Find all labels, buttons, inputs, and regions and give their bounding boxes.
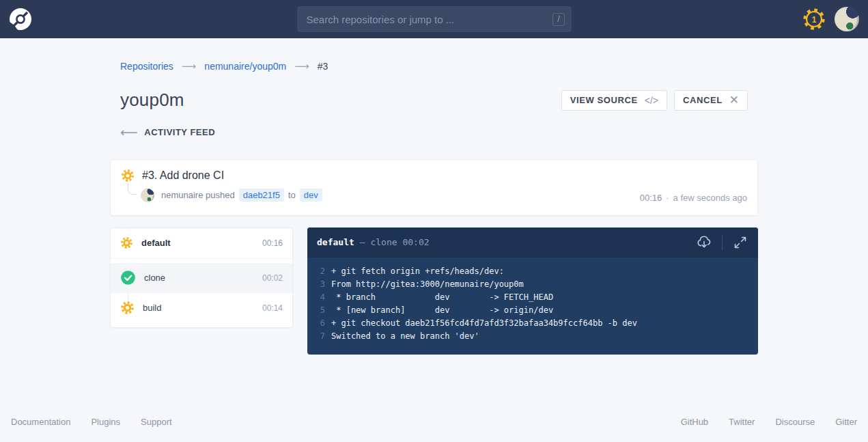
footer-link-support[interactable]: Support <box>141 417 172 427</box>
activity-feed-back-link[interactable]: ⟵ ACTIVITY FEED <box>120 127 215 137</box>
log-line-text: + git checkout daeb21f56fcd4fd7afd3f32ba… <box>325 317 637 330</box>
footer-link-plugins[interactable]: Plugins <box>91 417 120 427</box>
stage-header: default 00:16 <box>111 228 292 259</box>
log-line-text: Switched to a new branch 'dev' <box>325 330 479 343</box>
log-line: 7 Switched to a new branch 'dev' <box>307 330 758 343</box>
stage-duration: 00:16 <box>262 238 283 248</box>
code-icon: </> <box>645 95 658 106</box>
view-source-label: VIEW SOURCE <box>570 95 638 105</box>
build-duration: 00:16 <box>640 193 662 203</box>
build-meta: 00:16 · a few seconds ago <box>640 193 747 203</box>
log-line: 4 * branch dev -> FETCH_HEAD <box>307 291 758 304</box>
build-title-row: #3. Add drone CI <box>121 169 747 182</box>
navbar-right: 1 <box>802 7 859 31</box>
step-row-build[interactable]: build 00:14 <box>111 293 292 323</box>
left-arrow-icon: ⟵ <box>120 128 138 137</box>
meta-separator: · <box>666 193 669 203</box>
steps-list: clone 00:02 build 00:14 <box>111 263 292 323</box>
top-navbar: / 1 <box>0 0 868 38</box>
build-title: #3. Add drone CI <box>142 169 224 182</box>
log-line-number: 5 <box>307 304 325 317</box>
console-step-subtitle: — clone 00:02 <box>360 237 430 247</box>
stage-name: default <box>141 238 171 248</box>
step-duration: 00:02 <box>262 273 283 283</box>
running-gear-icon <box>120 301 135 315</box>
log-line: 2 + git fetch origin +refs/heads/dev: <box>307 265 758 278</box>
notification-count: 1 <box>812 15 817 25</box>
build-summary-card: #3. Add drone CI nemunaire pushed daeb21… <box>110 159 758 216</box>
notification-gear-badge[interactable]: 1 <box>802 7 826 31</box>
step-name: build <box>143 303 161 313</box>
log-line-text: * branch dev -> FETCH_HEAD <box>325 291 553 304</box>
to-label: to <box>288 190 296 200</box>
global-search: / <box>297 6 572 32</box>
log-console: default — clone 00:02 2 + git fetch o <box>307 227 758 355</box>
page-head: youp0m VIEW SOURCE </> CANCEL ✕ <box>120 89 758 111</box>
console-header: default — clone 00:02 <box>307 227 758 258</box>
success-check-icon <box>120 270 136 286</box>
log-line-number: 3 <box>307 278 325 291</box>
console-stage-name: default <box>317 237 354 247</box>
breadcrumb-arrow-icon: ⟶ <box>182 60 197 72</box>
footer-link-documentation[interactable]: Documentation <box>11 417 70 427</box>
breadcrumb-repo[interactable]: nemunaire/youp0m <box>204 61 286 72</box>
footer-right-links: GitHub Twitter Discourse Gitter <box>681 417 857 427</box>
log-line-text: * [new branch] dev -> origin/dev <box>325 304 553 317</box>
author-action-text: nemunaire pushed <box>161 190 235 200</box>
cancel-button[interactable]: CANCEL ✕ <box>674 90 748 111</box>
view-source-button[interactable]: VIEW SOURCE </> <box>561 90 667 111</box>
download-logs-icon[interactable] <box>696 234 712 251</box>
footer-link-gitter[interactable]: Gitter <box>835 417 857 427</box>
footer-left-links: Documentation Plugins Support <box>11 417 172 427</box>
drone-logo-icon[interactable] <box>9 8 32 31</box>
log-line-text: From http://gitea:3000/nemunaire/youp0m <box>325 278 524 291</box>
breadcrumb-repositories[interactable]: Repositories <box>120 61 173 72</box>
tree-connector <box>128 183 137 195</box>
footer-link-twitter[interactable]: Twitter <box>729 417 755 427</box>
build-message: nemunaire pushed daeb21f5 to dev <box>161 189 322 202</box>
step-duration: 00:14 <box>262 303 283 313</box>
log-line: 6 + git checkout daeb21f56fcd4fd7afd3f32… <box>307 317 758 330</box>
log-line: 5 * [new branch] dev -> origin/dev <box>307 304 758 317</box>
search-shortcut-hint: / <box>552 13 564 26</box>
close-icon: ✕ <box>729 94 739 106</box>
user-avatar[interactable] <box>835 7 859 31</box>
fullscreen-expand-icon[interactable] <box>732 234 748 251</box>
page-title: youp0m <box>120 89 184 111</box>
running-gear-icon <box>120 236 133 249</box>
breadcrumb: Repositories ⟶ nemunaire/youp0m ⟶ #3 <box>120 60 758 72</box>
breadcrumb-arrow-icon: ⟶ <box>294 60 309 72</box>
breadcrumb-current-build: #3 <box>318 61 328 72</box>
head-actions: VIEW SOURCE </> CANCEL ✕ <box>561 90 748 111</box>
log-line-number: 2 <box>307 265 325 278</box>
divider <box>722 235 723 250</box>
log-line-text: + git fetch origin +refs/heads/dev: <box>325 265 504 278</box>
page-footer: Documentation Plugins Support GitHub Twi… <box>0 417 868 427</box>
activity-feed-label: ACTIVITY FEED <box>144 127 215 137</box>
build-time-ago: a few seconds ago <box>673 193 747 203</box>
console-log-output: 2 + git fetch origin +refs/heads/dev: 3 … <box>307 258 758 355</box>
running-gear-icon <box>121 169 135 182</box>
commit-sha-chip[interactable]: daeb21f5 <box>239 189 284 202</box>
step-row-clone[interactable]: clone 00:02 <box>111 263 292 293</box>
footer-link-github[interactable]: GitHub <box>681 417 708 427</box>
stage-steps-panel: default 00:16 clone 00:02 <box>110 227 293 328</box>
log-line-number: 6 <box>307 317 325 330</box>
branch-chip[interactable]: dev <box>300 189 322 202</box>
log-line-number: 7 <box>307 330 325 343</box>
log-line-number: 4 <box>307 291 325 304</box>
step-name: clone <box>144 273 165 283</box>
cancel-label: CANCEL <box>683 95 723 105</box>
footer-link-discourse[interactable]: Discourse <box>775 417 815 427</box>
console-actions <box>696 234 748 251</box>
log-line: 3 From http://gitea:3000/nemunaire/youp0… <box>307 278 758 291</box>
search-input[interactable] <box>307 14 553 25</box>
author-avatar <box>141 189 154 202</box>
